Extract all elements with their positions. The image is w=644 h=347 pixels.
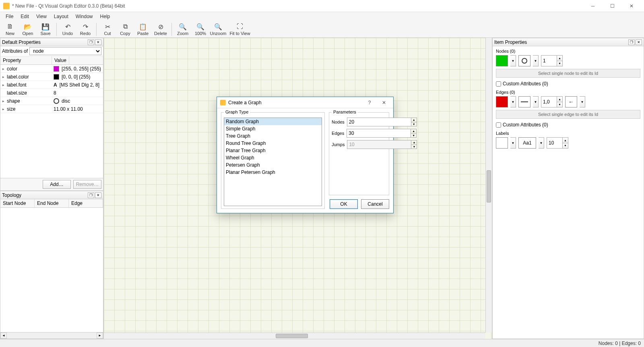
canvas-vscroll[interactable] <box>485 38 492 333</box>
edge-style-dropdown[interactable]: ▼ <box>533 96 539 107</box>
property-value[interactable]: [255, 0, 255] (255) <box>52 66 103 72</box>
menu-help[interactable]: Help <box>97 13 114 20</box>
scroll-left-icon[interactable]: ◄ <box>0 333 7 339</box>
property-row[interactable]: ▸color[255, 0, 255] (255) <box>0 65 103 73</box>
property-value[interactable]: 8 <box>52 90 103 96</box>
scroll-thumb[interactable] <box>487 170 491 202</box>
scroll-right-icon[interactable]: ► <box>97 333 103 339</box>
node-color-dropdown[interactable]: ▼ <box>510 55 516 66</box>
copy-button[interactable]: ⧉Copy <box>117 21 134 37</box>
menu-window[interactable]: Window <box>72 13 96 20</box>
edge-direction-dropdown[interactable]: ▼ <box>580 96 585 107</box>
spin-up-icon[interactable]: ▲ <box>411 129 416 134</box>
dialog-cancel-button[interactable]: Cancel <box>361 199 389 209</box>
node-size-input[interactable] <box>541 56 557 66</box>
param-nodes-input[interactable] <box>347 118 411 126</box>
new-button[interactable]: 🗎New <box>2 21 19 37</box>
property-row[interactable]: ▸label.fontA[MS Shell Dlg 2, 8] <box>0 81 103 89</box>
graph-type-list[interactable]: Random GraphSimple GraphTree GraphRound … <box>224 118 322 206</box>
spin-down-icon[interactable]: ▼ <box>411 134 416 138</box>
topology-col-start[interactable]: Start Node <box>0 199 35 207</box>
edge-weight-input[interactable] <box>541 97 557 107</box>
fit-to-view-button[interactable]: ⛶Fit to View <box>227 21 252 37</box>
panel-close-button[interactable]: ✕ <box>95 192 101 198</box>
topology-hscroll[interactable]: ◄ ► <box>0 332 103 339</box>
remove-property-button[interactable]: Remove… <box>73 180 101 189</box>
panel-undock-button[interactable]: ❐ <box>628 39 635 45</box>
spin-up-icon[interactable]: ▲ <box>557 56 562 61</box>
label-color-dropdown[interactable]: ▼ <box>510 137 516 149</box>
label-font-dropdown[interactable]: ▼ <box>539 137 544 149</box>
property-value[interactable]: A[MS Shell Dlg 2, 8] <box>52 82 103 88</box>
graph-type-item[interactable]: Planar Petersen Graph <box>224 169 322 176</box>
add-property-button[interactable]: Add… <box>43 180 71 189</box>
panel-undock-button[interactable]: ❐ <box>88 39 94 45</box>
spin-up-icon[interactable]: ▲ <box>557 97 562 102</box>
window-maximize-button[interactable]: ☐ <box>603 0 621 12</box>
property-value[interactable]: [0, 0, 0] (255) <box>52 74 103 80</box>
canvas-hscroll[interactable] <box>104 333 485 339</box>
param-nodes-stepper[interactable]: ▲▼ <box>347 118 417 126</box>
spin-down-icon[interactable]: ▼ <box>557 102 562 107</box>
cut-button[interactable]: ✂Cut <box>99 21 116 37</box>
spin-up-icon[interactable]: ▲ <box>411 118 417 122</box>
node-color-button[interactable] <box>496 55 508 66</box>
window-close-button[interactable]: ✕ <box>622 0 641 12</box>
edge-color-dropdown[interactable]: ▼ <box>510 96 516 107</box>
param-edges-input[interactable] <box>347 129 411 137</box>
label-font-button[interactable]: Aa1 <box>518 137 536 149</box>
graph-type-item[interactable]: Petersen Graph <box>224 161 322 169</box>
menu-view[interactable]: View <box>33 13 50 20</box>
attributes-of-select[interactable]: node <box>29 47 101 55</box>
graph-type-item[interactable]: Simple Graph <box>224 125 322 132</box>
spin-down-icon[interactable]: ▼ <box>562 143 568 149</box>
open-button[interactable]: 📂Open <box>19 21 36 37</box>
paste-button[interactable]: 📋Paste <box>134 21 151 37</box>
menu-file[interactable]: File <box>2 13 17 20</box>
graph-type-item[interactable]: Round Tree Graph <box>224 140 322 147</box>
edge-weight-stepper[interactable]: ▲▼ <box>541 96 563 107</box>
property-value[interactable]: disc <box>52 98 103 104</box>
panel-close-button[interactable]: ✕ <box>95 39 101 45</box>
edge-color-button[interactable] <box>496 96 508 107</box>
redo-button[interactable]: ↷Redo <box>77 21 94 37</box>
topology-col-edge[interactable]: Edge <box>69 199 103 207</box>
param-edges-stepper[interactable]: ▲▼ <box>347 129 417 138</box>
property-row[interactable]: ▸size11.00 x 11.00 <box>0 105 103 113</box>
panel-undock-button[interactable]: ❐ <box>88 192 94 198</box>
edge-style-button[interactable] <box>518 96 530 107</box>
dialog-ok-button[interactable]: OK <box>330 199 358 209</box>
menu-edit[interactable]: Edit <box>17 13 32 20</box>
dialog-close-button[interactable]: ✕ <box>378 98 390 107</box>
property-value[interactable]: 11.00 x 11.00 <box>52 106 103 112</box>
property-row[interactable]: ▸shapedisc <box>0 97 103 105</box>
node-shape-dropdown[interactable]: ▼ <box>533 55 539 66</box>
expander-icon[interactable]: ▸ <box>0 83 6 87</box>
expander-icon[interactable]: ▸ <box>0 75 6 79</box>
menu-layout[interactable]: Layout <box>51 13 72 20</box>
label-size-stepper[interactable]: ▲▼ <box>547 137 568 149</box>
save-button[interactable]: 💾Save <box>37 21 54 37</box>
expander-icon[interactable]: ▸ <box>0 99 6 103</box>
property-header-key[interactable]: Property <box>0 56 52 64</box>
node-custom-attributes-checkbox[interactable] <box>496 81 501 87</box>
label-size-input[interactable] <box>547 138 562 148</box>
scroll-thumb[interactable] <box>276 334 308 338</box>
expander-icon[interactable]: ▸ <box>0 67 6 71</box>
graph-type-item[interactable]: Random Graph <box>224 118 322 125</box>
property-header-value[interactable]: Value <box>52 56 69 64</box>
zoom-100-button[interactable]: 🔍100% <box>192 21 209 37</box>
delete-button[interactable]: ⊘Delete <box>152 21 169 37</box>
spin-down-icon[interactable]: ▼ <box>411 122 417 126</box>
graph-type-item[interactable]: Planar Tree Graph <box>224 147 322 154</box>
dialog-help-button[interactable]: ? <box>363 98 376 107</box>
node-size-stepper[interactable]: ▲▼ <box>541 55 563 66</box>
topology-col-end[interactable]: End Node <box>35 199 69 207</box>
unzoom-button[interactable]: 🔍Unzoom <box>210 21 227 37</box>
label-color-button[interactable] <box>496 137 508 149</box>
graph-type-item[interactable]: Wheel Graph <box>224 154 322 161</box>
spin-up-icon[interactable]: ▲ <box>562 138 568 143</box>
expander-icon[interactable]: ▸ <box>0 107 6 111</box>
property-row[interactable]: label.size8 <box>0 89 103 97</box>
edge-custom-attributes-checkbox[interactable] <box>496 122 501 128</box>
